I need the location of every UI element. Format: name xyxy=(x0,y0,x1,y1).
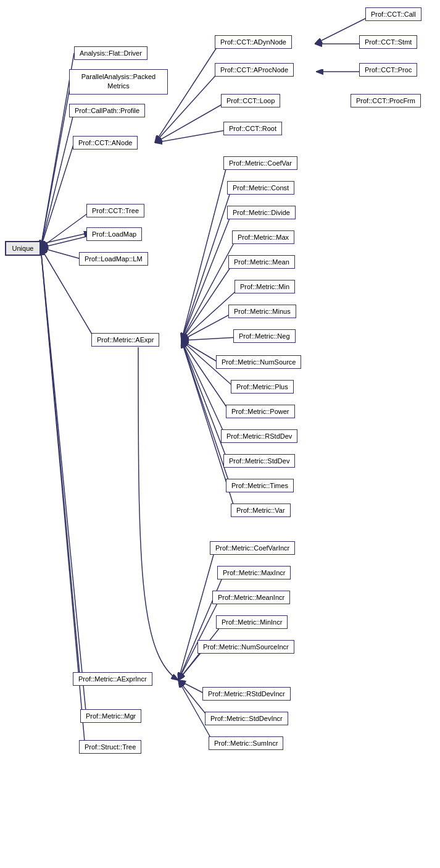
node-prof-loadmap-lm: Prof::LoadMap::LM xyxy=(79,252,148,266)
node-prof-metric-aexprincr: Prof::Metric::AExprIncr xyxy=(73,672,152,686)
node-prof-metric-meanincr: Prof::Metric::MeanIncr xyxy=(212,591,290,604)
node-prof-metric-max: Prof::Metric::Max xyxy=(232,230,294,244)
node-prof-callpath-profile: Prof::CallPath::Profile xyxy=(69,104,145,117)
node-parallelanalysis-packedmetrics: ParallelAnalysis::PackedMetrics xyxy=(69,69,168,95)
node-prof-metric-numsourceincr: Prof::Metric::NumSourceIncr xyxy=(197,640,294,654)
node-prof-metric-minus: Prof::Metric::Minus xyxy=(228,305,296,318)
node-prof-metric-rstddevincr: Prof::Metric::RStdDevIncr xyxy=(202,687,291,701)
node-prof-metric-sumincr: Prof::Metric::SumIncr xyxy=(209,736,283,750)
node-prof-metric-min: Prof::Metric::Min xyxy=(235,280,295,293)
node-prof-metric-neg: Prof::Metric::Neg xyxy=(233,329,296,343)
node-prof-loadmap: Prof::LoadMap xyxy=(86,227,142,241)
node-prof-metric-mgr: Prof::Metric::Mgr xyxy=(80,709,141,723)
node-prof-metric-stddev: Prof::Metric::StdDev xyxy=(223,454,295,468)
node-prof-metric-aexpr: Prof::Metric::AExpr xyxy=(91,333,159,347)
node-prof-metric-const: Prof::Metric::Const xyxy=(227,181,294,195)
node-prof-metric-rstddev: Prof::Metric::RStdDev xyxy=(221,429,297,443)
node-prof-metric-numsource: Prof::Metric::NumSource xyxy=(216,355,301,369)
node-prof-metric-maxincr: Prof::Metric::MaxIncr xyxy=(217,566,291,579)
node-prof-struct-tree: Prof::Struct::Tree xyxy=(79,740,141,754)
node-prof-cct-anode: Prof::CCT::ANode xyxy=(73,136,138,150)
node-prof-metric-plus: Prof::Metric::Plus xyxy=(231,380,294,394)
node-prof-cct-call: Prof::CCT::Call xyxy=(365,7,421,21)
node-prof-metric-mean: Prof::Metric::Mean xyxy=(228,255,295,269)
node-prof-cct-tree: Prof::CCT::Tree xyxy=(86,204,144,217)
node-prof-metric-power: Prof::Metric::Power xyxy=(226,405,295,418)
node-prof-metric-stddevincr: Prof::Metric::StdDevIncr xyxy=(205,712,288,725)
node-prof-metric-times: Prof::Metric::Times xyxy=(226,479,294,492)
node-prof-cct-stmt: Prof::CCT::Stmt xyxy=(359,35,417,49)
node-prof-cct-proc: Prof::CCT::Proc xyxy=(359,63,417,77)
node-prof-metric-var: Prof::Metric::Var xyxy=(231,504,291,517)
node-prof-metric-minincr: Prof::Metric::MinIncr xyxy=(216,615,288,629)
node-prof-cct-adynnode: Prof::CCT::ADynNode xyxy=(215,35,292,49)
node-prof-cct-loop: Prof::CCT::Loop xyxy=(221,94,280,107)
node-unique[interactable]: Unique xyxy=(5,241,41,256)
node-prof-cct-aprocnode: Prof::CCT::AProcNode xyxy=(215,63,294,77)
node-prof-metric-coefvar: Prof::Metric::CoefVar xyxy=(223,156,297,170)
node-prof-metric-coefvarincr: Prof::Metric::CoefVarIncr xyxy=(210,541,295,555)
node-prof-cct-root: Prof::CCT::Root xyxy=(223,122,282,135)
node-prof-metric-divide: Prof::Metric::Divide xyxy=(227,206,296,219)
node-prof-cct-procfrm: Prof::CCT::ProcFrm xyxy=(351,94,421,107)
node-analysis-flat-driver: Analysis::Flat::Driver xyxy=(74,46,147,60)
diagram-container: Unique Analysis::Flat::Driver ParallelAn… xyxy=(0,0,440,868)
